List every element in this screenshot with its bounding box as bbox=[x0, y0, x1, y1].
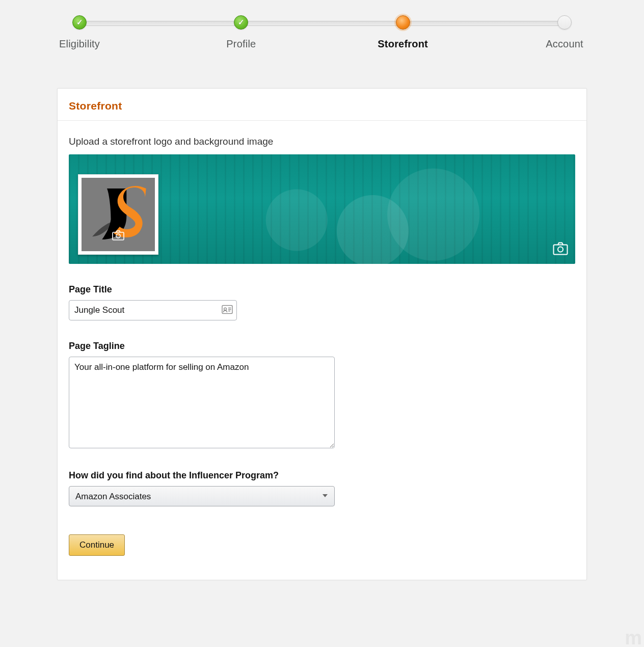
step-done-icon bbox=[72, 15, 87, 30]
step-profile: Profile bbox=[234, 15, 248, 30]
step-eligibility: Eligibility bbox=[72, 15, 87, 30]
camera-icon bbox=[112, 230, 124, 242]
svg-point-1 bbox=[116, 234, 120, 238]
card-title: Storefront bbox=[58, 89, 586, 121]
continue-button[interactable]: Continue bbox=[69, 534, 125, 556]
step-account: Account bbox=[557, 15, 572, 30]
page-tagline-textarea[interactable] bbox=[69, 357, 335, 448]
step-current-icon bbox=[396, 15, 410, 30]
upload-instruction: Upload a storefront logo and background … bbox=[69, 136, 575, 147]
step-label: Profile bbox=[226, 38, 256, 50]
step-upcoming-icon bbox=[557, 15, 572, 30]
page-tagline-label: Page Tagline bbox=[69, 341, 575, 352]
step-storefront: Storefront bbox=[396, 15, 410, 30]
svg-point-3 bbox=[558, 247, 563, 252]
find-about-label: How did you find about the Influencer Pr… bbox=[69, 470, 575, 481]
page-title-input[interactable] bbox=[69, 300, 237, 320]
svg-rect-2 bbox=[554, 245, 568, 255]
step-label: Account bbox=[546, 38, 583, 50]
step-done-icon bbox=[234, 15, 248, 30]
logo-preview bbox=[82, 178, 155, 251]
page-title-label: Page Title bbox=[69, 284, 575, 295]
banner-preview bbox=[69, 154, 575, 264]
logo-tile[interactable] bbox=[78, 174, 158, 255]
stepper-track bbox=[78, 21, 566, 26]
storefront-card: Storefront Upload a storefront logo and … bbox=[57, 88, 587, 580]
step-label: Storefront bbox=[378, 38, 428, 50]
camera-icon bbox=[553, 249, 568, 257]
find-about-select[interactable]: Amazon Associates bbox=[69, 486, 335, 506]
step-label: Eligibility bbox=[59, 38, 100, 50]
change-banner-button[interactable] bbox=[552, 241, 569, 258]
progress-stepper: Eligibility Profile Storefront Account bbox=[72, 15, 572, 30]
